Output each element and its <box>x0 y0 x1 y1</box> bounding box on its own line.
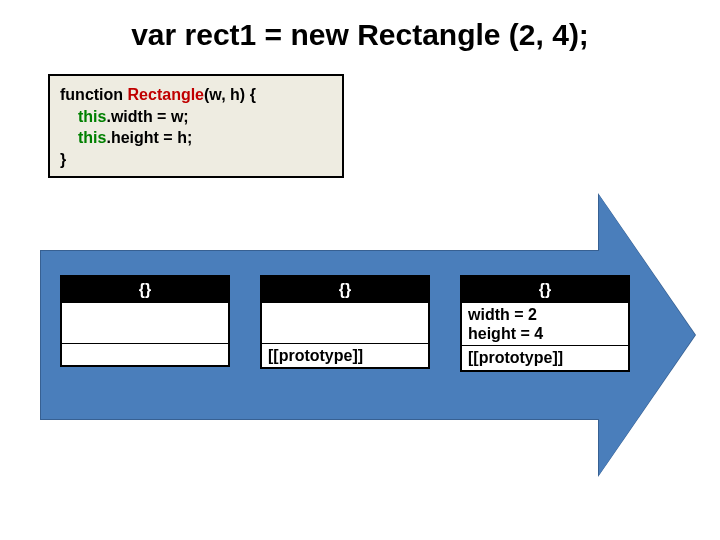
var-decl: var rect1 = <box>131 18 290 51</box>
object-box-stage-2: {} [[prototype]] <box>260 275 430 369</box>
code-line-2: this.width = w; <box>60 106 332 128</box>
constructor-definition-box: function Rectangle(w, h) { this.width = … <box>48 74 344 178</box>
new-keyword: new <box>290 18 348 51</box>
object-header: {} <box>62 277 228 303</box>
title-expression: var rect1 = new Rectangle (2, 4); <box>0 18 720 52</box>
object-header: {} <box>462 277 628 303</box>
class-name: Rectangle <box>128 86 204 103</box>
object-box-stage-1: {} <box>60 275 230 367</box>
object-proto-slot <box>62 343 228 365</box>
code-line-3: this.height = h; <box>60 127 332 149</box>
object-props <box>262 303 428 343</box>
assign-width: .width = w; <box>106 108 188 125</box>
object-props <box>62 303 228 343</box>
params-open: (w, h) { <box>204 86 256 103</box>
object-props: width = 2 height = 4 <box>462 303 628 345</box>
keyword-function: function <box>60 86 128 103</box>
constructor-call: Rectangle (2, 4); <box>349 18 589 51</box>
code-line-4: } <box>60 149 332 171</box>
object-proto-slot: [[prototype]] <box>262 343 428 367</box>
code-line-1: function Rectangle(w, h) { <box>60 84 332 106</box>
object-proto-slot: [[prototype]] <box>462 345 628 369</box>
keyword-this: this <box>78 129 106 146</box>
object-box-stage-3: {} width = 2 height = 4 [[prototype]] <box>460 275 630 372</box>
assign-height: .height = h; <box>106 129 192 146</box>
keyword-this: this <box>78 108 106 125</box>
object-header: {} <box>262 277 428 303</box>
